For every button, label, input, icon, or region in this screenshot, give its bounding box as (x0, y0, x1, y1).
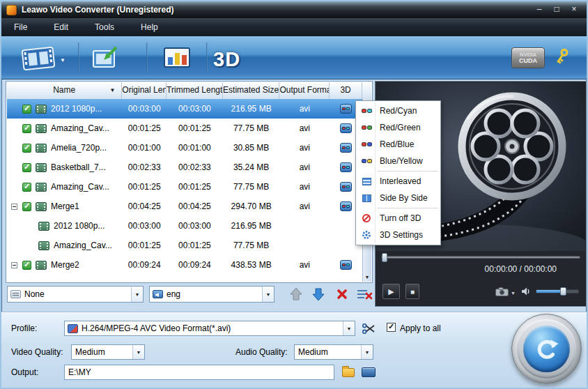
column-header-3d[interactable]: 3D (330, 82, 362, 99)
scroll-down-icon[interactable] (363, 273, 371, 282)
open-output-button[interactable] (359, 365, 378, 379)
audio-quality-value: Medium (295, 347, 361, 357)
move-down-button[interactable] (309, 287, 327, 302)
maximize-button[interactable]: □ (550, 4, 564, 15)
nvidia-cuda-badge[interactable]: NVIDIA CUDA (511, 47, 545, 68)
row-checkbox[interactable] (22, 105, 31, 114)
table-row[interactable]: Amazing_Cav... 00:01:25 00:01:25 77.75 M… (7, 236, 362, 255)
volume-slider[interactable] (536, 289, 579, 293)
row-checkbox[interactable] (22, 261, 31, 270)
move-up-button[interactable] (287, 287, 305, 302)
chart-icon (162, 45, 192, 71)
row-output-format: avi (279, 182, 330, 192)
snapshot-dropdown-icon[interactable] (511, 285, 516, 298)
volume-icon[interactable] (521, 287, 530, 296)
subtitle-select[interactable]: None (7, 286, 144, 303)
seek-track[interactable] (381, 256, 580, 259)
window-title: Leawo Video Converter (Unregistered) (22, 5, 174, 15)
add-video-button[interactable] (20, 45, 65, 73)
row-estimated-size: 35.24 MB (223, 162, 280, 172)
video-quality-select[interactable]: Medium (71, 344, 145, 360)
glasses-red-green-icon (362, 125, 372, 130)
convert-button[interactable] (511, 314, 582, 384)
add-video-dropdown-icon[interactable] (57, 52, 65, 65)
column-header-spacer (362, 82, 371, 99)
snapshot-button[interactable] (495, 285, 516, 298)
register-key-button[interactable] (555, 47, 568, 70)
row-trimmed-length: 00:01:25 (167, 241, 223, 250)
menu-item-blue-yellow[interactable]: Blue/Yellow (356, 153, 440, 169)
row-estimated-size: 438.53 MB (223, 260, 280, 270)
close-button[interactable]: × (567, 4, 581, 15)
column-header-original-length[interactable]: Original Length (122, 82, 167, 99)
seek-thumb[interactable] (382, 253, 387, 262)
row-checkbox[interactable] (22, 202, 31, 211)
3d-mode-icon[interactable] (340, 182, 352, 192)
profile-select[interactable]: H.264/MPEG-4 AVC Video Format(*.avi) (64, 321, 355, 336)
row-checkbox[interactable] (22, 144, 31, 153)
subtitle-dropdown-icon[interactable] (131, 287, 143, 302)
menu-item-interleaved[interactable]: Interleaved (356, 173, 440, 190)
3d-mode-icon[interactable] (340, 104, 352, 114)
menu-edit[interactable]: Edit (54, 22, 68, 32)
collapse-icon[interactable] (11, 204, 17, 210)
3d-mode-icon[interactable] (340, 201, 352, 211)
3d-mode-icon[interactable] (340, 123, 352, 133)
menu-item-red-green[interactable]: Red/Green (356, 119, 440, 136)
menu-item-red-cyan[interactable]: Red/Cyan (356, 102, 440, 119)
3d-mode-icon[interactable] (340, 162, 352, 172)
output-path-input[interactable]: E:\MY (64, 365, 334, 380)
table-body: 2012 1080p... 00:03:00 00:03:00 216.95 M… (7, 99, 362, 282)
profile-dropdown-icon[interactable] (343, 321, 355, 335)
3d-button[interactable]: 3D (213, 48, 240, 71)
seek-bar[interactable] (376, 252, 586, 263)
menu-item-side-by-side[interactable]: Side By Side (356, 190, 440, 206)
table-row[interactable]: Merge1 00:04:25 00:04:25 294.70 MB avi (7, 197, 362, 216)
edit-profile-button[interactable] (359, 321, 378, 336)
table-row[interactable]: Merge2 00:09:24 00:09:24 438.53 MB avi (7, 255, 362, 275)
clear-list-button[interactable] (354, 287, 375, 302)
file-list: Name Original Length Trimmed Length Esti… (6, 81, 373, 283)
table-row[interactable]: 2012 1080p... 00:03:00 00:03:00 216.95 M… (7, 216, 362, 236)
minimize-button[interactable]: – (532, 4, 546, 15)
row-output-format: avi (279, 143, 330, 153)
row-checkbox[interactable] (22, 124, 31, 133)
profile-label: Profile: (11, 323, 37, 333)
column-header-name[interactable]: Name (7, 82, 122, 99)
row-checkbox[interactable] (22, 183, 31, 192)
table-row[interactable]: Basketball_7... 00:02:33 00:02:33 35.24 … (7, 158, 362, 177)
row-original-length: 00:01:25 (122, 123, 167, 133)
table-row[interactable]: 2012 1080p... 00:03:00 00:03:00 216.95 M… (7, 99, 362, 119)
column-header-output-format[interactable]: Output Format (279, 82, 330, 99)
merge-button[interactable] (162, 45, 192, 71)
menu-file[interactable]: File (14, 22, 27, 32)
video-quality-dropdown-icon[interactable] (132, 345, 144, 359)
play-button[interactable] (382, 284, 400, 299)
menu-item-turn-off-3d[interactable]: Turn off 3D (356, 210, 440, 227)
row-checkbox[interactable] (22, 163, 31, 172)
remove-file-button[interactable] (333, 287, 351, 302)
collapse-icon[interactable] (11, 262, 17, 268)
audio-quality-dropdown-icon[interactable] (361, 345, 373, 359)
3d-mode-icon[interactable] (340, 260, 352, 270)
audio-dropdown-icon[interactable] (262, 287, 274, 302)
table-row[interactable]: Amelia_720p... 00:01:00 00:01:00 30.85 M… (7, 138, 362, 158)
audio-track-select[interactable]: eng (149, 286, 274, 303)
3d-mode-icon[interactable] (340, 143, 352, 153)
add-photo-button[interactable] (89, 45, 120, 71)
browse-output-button[interactable] (340, 365, 357, 379)
column-header-estimated-size[interactable]: Estimated Size (223, 82, 280, 99)
menu-item-red-blue[interactable]: Red/Blue (356, 136, 440, 153)
audio-quality-select[interactable]: Medium (294, 344, 373, 360)
column-header-trimmed-length[interactable]: Trimmed Length (167, 82, 223, 99)
stop-button[interactable] (405, 284, 419, 299)
table-row[interactable]: Amazing_Cav... 00:01:25 00:01:25 77.75 M… (7, 119, 362, 138)
apply-to-all-checkbox[interactable] (387, 323, 396, 332)
row-trimmed-length: 00:04:25 (167, 201, 223, 211)
menu-tools[interactable]: Tools (95, 22, 114, 32)
menu-item-3d-settings[interactable]: 3D Settings (356, 227, 440, 243)
volume-thumb[interactable] (560, 287, 566, 296)
row-original-length: 00:09:24 (122, 260, 167, 270)
menu-help[interactable]: Help (141, 22, 158, 32)
table-row[interactable]: Amazing_Cav... 00:01:25 00:01:25 77.75 M… (7, 177, 362, 197)
